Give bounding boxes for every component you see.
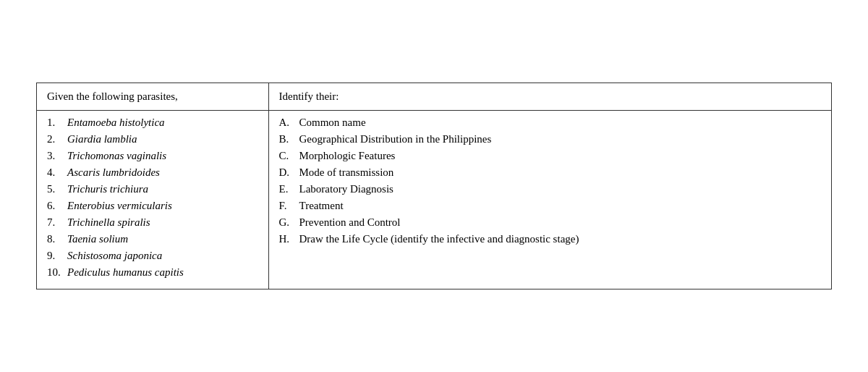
list-item: B.Geographical Distribution in the Phili…	[279, 133, 822, 145]
list-item: 1.Entamoeba histolytica	[47, 117, 258, 129]
list-item: F.Treatment	[279, 200, 822, 212]
list-item: E.Laboratory Diagnosis	[279, 183, 822, 195]
parasites-cell: 1.Entamoeba histolytica2.Giardia lamblia…	[37, 111, 268, 289]
list-item: 4.Ascaris lumbridoides	[47, 166, 258, 179]
col2-header: Identify their:	[268, 83, 831, 111]
parasite-list: 1.Entamoeba histolytica2.Giardia lamblia…	[47, 117, 258, 279]
identify-list: A.Common nameB.Geographical Distribution…	[279, 117, 822, 245]
list-item: H.Draw the Life Cycle (identify the infe…	[279, 233, 822, 245]
main-table: Given the following parasites, Identify …	[36, 83, 832, 289]
list-item: 5.Trichuris trichiura	[47, 183, 258, 195]
list-item: D.Mode of transmission	[279, 166, 822, 179]
list-item: 3.Trichomonas vaginalis	[47, 150, 258, 162]
identify-cell: A.Common nameB.Geographical Distribution…	[268, 111, 831, 289]
list-item: 7.Trichinella spiralis	[47, 216, 258, 229]
list-item: 2.Giardia lamblia	[47, 133, 258, 145]
list-item: A.Common name	[279, 117, 822, 129]
list-item: 9.Schistosoma japonica	[47, 250, 258, 262]
list-item: C.Morphologic Features	[279, 150, 822, 162]
list-item: 10.Pediculus humanus capitis	[47, 266, 258, 279]
list-item: 6.Enterobius vermicularis	[47, 200, 258, 212]
list-item: G.Prevention and Control	[279, 216, 822, 229]
list-item: 8.Taenia solium	[47, 233, 258, 245]
col1-header: Given the following parasites,	[37, 83, 268, 111]
